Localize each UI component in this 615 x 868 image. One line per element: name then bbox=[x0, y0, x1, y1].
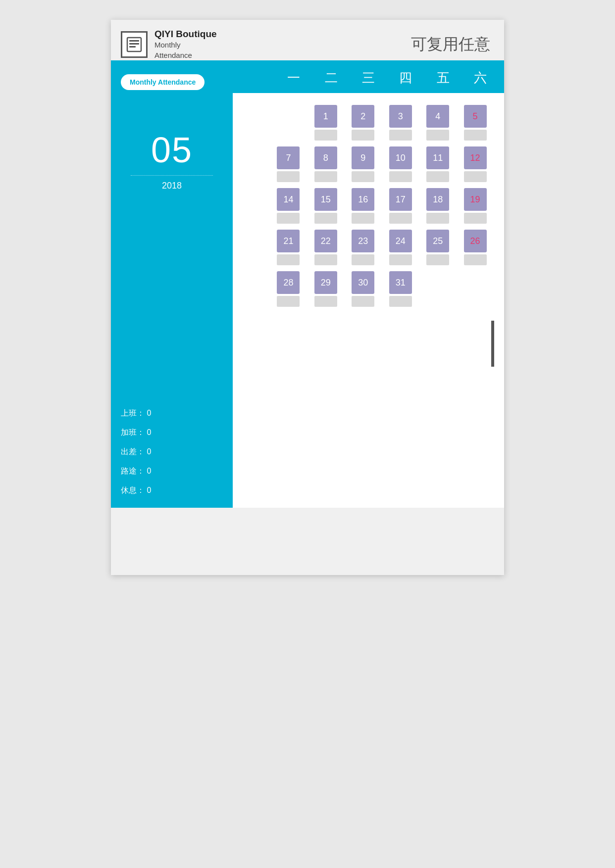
day-number-5: 5 bbox=[464, 105, 487, 128]
day-number-14: 14 bbox=[277, 188, 300, 211]
stat-jiaban-label: 加班： bbox=[121, 428, 147, 436]
day-number-3: 3 bbox=[389, 105, 412, 128]
cell-day-16[interactable]: 16 bbox=[350, 186, 387, 226]
week-3: 14 15 16 17 bbox=[238, 186, 499, 226]
header-right-text: 可复用任意 bbox=[411, 34, 490, 55]
svg-rect-1 bbox=[129, 40, 139, 42]
calendar-header: 一 二 三 四 五 六 bbox=[233, 62, 504, 93]
cell-day-30[interactable]: 30 bbox=[350, 269, 387, 309]
monthly-attendance-button[interactable]: Monthly Attendance bbox=[121, 74, 205, 90]
day-sub-23 bbox=[352, 254, 374, 265]
cell-day-28[interactable]: 28 bbox=[275, 269, 312, 309]
cell-day-14[interactable]: 14 bbox=[275, 186, 312, 226]
day-number-9: 9 bbox=[352, 146, 374, 169]
cell-day-2[interactable]: 2 bbox=[350, 103, 387, 143]
cell-day-31[interactable]: 31 bbox=[387, 269, 424, 309]
day-sub-12 bbox=[464, 171, 487, 182]
cell-day-21[interactable]: 21 bbox=[275, 228, 312, 267]
day-header-mon: 一 bbox=[275, 69, 312, 87]
day-number-31: 31 bbox=[389, 271, 412, 294]
day-number-18: 18 bbox=[426, 188, 449, 211]
cell-empty-2a bbox=[238, 145, 275, 184]
cell-day-29[interactable]: 29 bbox=[312, 269, 350, 309]
day-sub-30 bbox=[352, 296, 374, 307]
day-sub-22 bbox=[314, 254, 337, 265]
day-number-15: 15 bbox=[314, 188, 337, 211]
cell-empty-5b bbox=[424, 269, 461, 309]
cell-day-11[interactable]: 11 bbox=[424, 145, 461, 184]
main-content: Monthly Attendance 05 2018 上班： 0 加班： 0 出… bbox=[111, 62, 504, 508]
day-number-21: 21 bbox=[277, 230, 300, 252]
day-number-4: 4 bbox=[426, 105, 449, 128]
day-sub-26 bbox=[464, 254, 487, 265]
cell-day-5[interactable]: 5 bbox=[462, 103, 499, 143]
day-sub-31 bbox=[389, 296, 412, 307]
cell-day-18[interactable]: 18 bbox=[424, 186, 461, 226]
day-sub-28 bbox=[277, 296, 300, 307]
day-sub-16 bbox=[352, 213, 374, 224]
legend-cell-5 bbox=[494, 321, 494, 344]
calendar-section: 一 二 三 四 五 六 1 2 bbox=[233, 62, 504, 508]
stat-luting: 路途： 0 bbox=[121, 466, 223, 477]
day-sub-18 bbox=[426, 213, 449, 224]
svg-rect-2 bbox=[129, 43, 139, 45]
stat-luting-value: 0 bbox=[147, 467, 151, 475]
week-2: 7 8 9 10 11 bbox=[238, 145, 499, 184]
cell-day-12[interactable]: 12 bbox=[462, 145, 499, 184]
cell-day-22[interactable]: 22 bbox=[312, 228, 350, 267]
day-number-8: 8 bbox=[314, 146, 337, 169]
day-sub-11 bbox=[426, 171, 449, 182]
cell-day-9[interactable]: 9 bbox=[350, 145, 387, 184]
stat-shangban-label: 上班： bbox=[121, 409, 147, 417]
day-number-19: 19 bbox=[464, 188, 487, 211]
cell-day-8[interactable]: 8 bbox=[312, 145, 350, 184]
stat-chuchai-label: 出差： bbox=[121, 447, 147, 456]
stat-luting-label: 路途： bbox=[121, 467, 147, 475]
day-sub-15 bbox=[314, 213, 337, 224]
cell-day-17[interactable]: 17 bbox=[387, 186, 424, 226]
header: QIYI Boutique Monthly Attendance 可复用任意 bbox=[111, 20, 504, 62]
day-number-30: 30 bbox=[352, 271, 374, 294]
cell-day-10[interactable]: 10 bbox=[387, 145, 424, 184]
cell-empty-5c bbox=[462, 269, 499, 309]
cell-empty-4a bbox=[238, 228, 275, 267]
day-sub-5 bbox=[464, 130, 487, 141]
cell-day-3[interactable]: 3 bbox=[387, 103, 424, 143]
stat-chuchai: 出差： 0 bbox=[121, 447, 223, 457]
week-5: 28 29 30 31 bbox=[238, 269, 499, 309]
cell-day-23[interactable]: 23 bbox=[350, 228, 387, 267]
stat-shangban: 上班： 0 bbox=[121, 408, 223, 419]
day-sub-25 bbox=[426, 254, 449, 265]
stat-chuchai-value: 0 bbox=[147, 447, 151, 456]
stat-shangban-value: 0 bbox=[147, 409, 151, 417]
sidebar: Monthly Attendance 05 2018 上班： 0 加班： 0 出… bbox=[111, 62, 233, 508]
logo-icon bbox=[121, 31, 148, 58]
header-left: QIYI Boutique Monthly Attendance bbox=[121, 29, 217, 60]
day-sub-10 bbox=[389, 171, 412, 182]
cell-day-1[interactable]: 1 bbox=[312, 103, 350, 143]
day-number-2: 2 bbox=[352, 105, 374, 128]
cell-day-24[interactable]: 24 bbox=[387, 228, 424, 267]
day-number-1: 1 bbox=[314, 105, 337, 128]
day-header-sat: 六 bbox=[462, 69, 499, 87]
day-sub-1 bbox=[314, 130, 337, 141]
week-4: 21 22 23 24 bbox=[238, 228, 499, 267]
cell-day-26[interactable]: 26 bbox=[462, 228, 499, 267]
month-divider bbox=[131, 175, 213, 176]
cell-day-25[interactable]: 25 bbox=[424, 228, 461, 267]
day-sub-29 bbox=[314, 296, 337, 307]
day-number-11: 11 bbox=[426, 146, 449, 169]
day-number-22: 22 bbox=[314, 230, 337, 252]
cell-day-4[interactable]: 4 bbox=[424, 103, 461, 143]
day-number-26: 26 bbox=[464, 230, 487, 252]
day-header-thu: 四 bbox=[387, 69, 424, 87]
company-name: QIYI Boutique bbox=[154, 29, 217, 40]
cell-day-15[interactable]: 15 bbox=[312, 186, 350, 226]
cell-day-7[interactable]: 7 bbox=[275, 145, 312, 184]
day-header-tue: 二 bbox=[312, 69, 350, 87]
cell-empty-1a bbox=[238, 103, 275, 143]
day-sub-7 bbox=[277, 171, 300, 182]
day-number-29: 29 bbox=[314, 271, 337, 294]
year-display: 2018 bbox=[121, 181, 223, 191]
cell-day-19[interactable]: 19 bbox=[462, 186, 499, 226]
